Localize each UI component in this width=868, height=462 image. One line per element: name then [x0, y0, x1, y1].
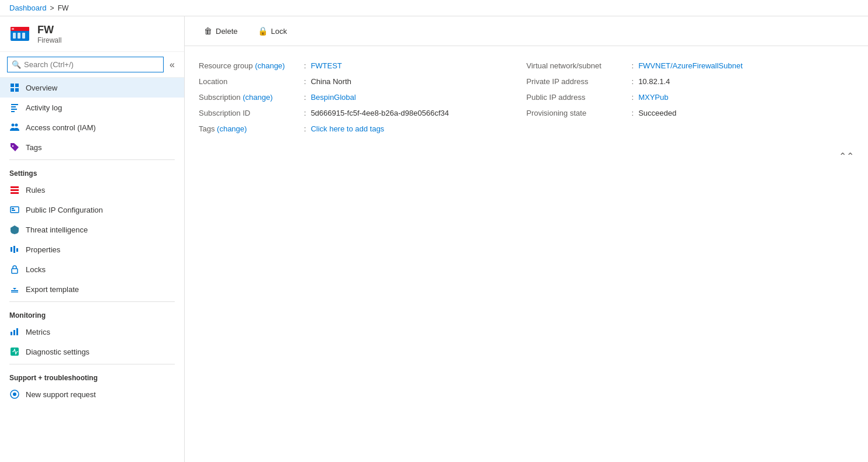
- sidebar-label-properties: Properties: [26, 245, 60, 254]
- detail-label-public-ip: Public IP address: [527, 93, 632, 102]
- sidebar-item-threat[interactable]: Threat intelligence: [0, 220, 184, 239]
- svg-rect-8: [11, 88, 14, 92]
- svg-rect-2: [13, 33, 16, 39]
- sidebar-item-rules[interactable]: Rules: [0, 180, 184, 200]
- sidebar-label-iam: Access control (IAM): [26, 123, 96, 132]
- collapse-details-button[interactable]: ⌃⌃: [185, 148, 868, 164]
- details-right: Virtual network/subnet : FWVNET/AzureFir…: [527, 58, 855, 137]
- detail-subscription: Subscription (change) : BespinGlobal: [199, 89, 527, 105]
- detail-resource-group: Resource group (change) : FWTEST: [199, 58, 527, 74]
- detail-value-subscription-id: 5d666915-fc5f-4ee8-b26a-d98e0566cf34: [311, 109, 449, 117]
- delete-label: Delete: [216, 27, 238, 36]
- details-grid: Resource group (change) : FWTEST Locatio…: [185, 46, 868, 148]
- sidebar-item-properties[interactable]: Properties: [0, 239, 184, 259]
- breadcrumb-current: FW: [58, 4, 69, 12]
- overview-icon: [9, 82, 20, 93]
- detail-value-subscription[interactable]: BespinGlobal: [311, 93, 356, 102]
- detail-value-vnet[interactable]: FWVNET/AzureFirewallSubnet: [638, 61, 742, 70]
- resource-group-change-link[interactable]: (change): [255, 61, 285, 70]
- detail-label-subscription-id: Subscription ID: [199, 109, 304, 117]
- svg-rect-26: [12, 269, 18, 273]
- nav-general: Overview Activity log Access control (IA…: [0, 78, 184, 157]
- main-layout: FW Firewall 🔍 « Overview Activity log: [0, 16, 868, 462]
- sidebar-item-support-request[interactable]: New support request: [0, 384, 184, 404]
- metrics-icon: [9, 326, 20, 337]
- detail-value-public-ip[interactable]: MXYPub: [638, 93, 668, 102]
- sidebar-item-tags[interactable]: Tags: [0, 137, 184, 157]
- threat-icon: [9, 224, 20, 235]
- sidebar-label-overview: Overview: [26, 84, 57, 92]
- sidebar-label-rules: Rules: [26, 186, 45, 194]
- collapse-sidebar-button[interactable]: «: [167, 58, 177, 71]
- detail-label-subscription: Subscription (change): [199, 93, 304, 102]
- search-container: 🔍 «: [0, 52, 184, 78]
- detail-value-tags[interactable]: Click here to add tags: [311, 124, 385, 133]
- detail-location: Location : China North: [199, 74, 527, 89]
- detail-label-provisioning-state: Provisioning state: [527, 109, 632, 117]
- iam-icon: [9, 122, 20, 133]
- support-divider: [9, 364, 175, 364]
- svg-rect-5: [12, 28, 14, 30]
- details-left: Resource group (change) : FWTEST Locatio…: [199, 58, 527, 137]
- detail-private-ip: Private IP address : 10.82.1.4: [527, 74, 855, 89]
- detail-label-location: Location: [199, 77, 304, 86]
- svg-rect-29: [11, 332, 12, 335]
- sidebar-label-threat: Threat intelligence: [26, 225, 88, 234]
- tags-change-link[interactable]: (change): [217, 124, 247, 133]
- search-icon: 🔍: [12, 60, 21, 69]
- diagnostic-icon: [9, 346, 20, 357]
- detail-public-ip: Public IP address : MXYPub: [527, 89, 855, 105]
- toolbar: 🗑 Delete 🔒 Lock: [185, 16, 868, 46]
- sidebar-item-diagnostic[interactable]: Diagnostic settings: [0, 342, 184, 362]
- sidebar-label-export: Export template: [26, 285, 79, 294]
- breadcrumb-bar: Dashboard > FW: [0, 0, 868, 16]
- sidebar-item-overview[interactable]: Overview: [0, 78, 184, 98]
- svg-rect-9: [15, 88, 19, 92]
- sidebar-item-locks[interactable]: Locks: [0, 259, 184, 279]
- resource-header: FW Firewall: [0, 16, 184, 52]
- svg-rect-21: [12, 208, 14, 209]
- sidebar-item-activity-log[interactable]: Activity log: [0, 98, 184, 117]
- public-ip-icon: [9, 204, 20, 215]
- detail-tags: Tags (change) : Click here to add tags: [199, 121, 527, 137]
- content-area: 🗑 Delete 🔒 Lock Resource group (change) …: [185, 16, 868, 462]
- svg-rect-7: [15, 84, 19, 87]
- sidebar-label-diagnostic: Diagnostic settings: [26, 348, 89, 356]
- settings-divider: [9, 159, 175, 160]
- sidebar-item-export[interactable]: Export template: [0, 279, 184, 299]
- monitoring-divider: [9, 301, 175, 302]
- sidebar-item-public-ip[interactable]: Public IP Configuration: [0, 200, 184, 220]
- search-input[interactable]: [7, 57, 164, 72]
- settings-section-label: Settings: [0, 162, 184, 180]
- sidebar-item-iam[interactable]: Access control (IAM): [0, 117, 184, 137]
- detail-label-private-ip: Private IP address: [527, 77, 632, 86]
- svg-rect-22: [12, 210, 15, 211]
- svg-rect-28: [11, 292, 18, 293]
- locks-icon: [9, 264, 20, 275]
- svg-rect-18: [11, 189, 19, 191]
- svg-point-15: [15, 124, 18, 127]
- svg-point-34: [13, 392, 16, 396]
- detail-value-resource-group[interactable]: FWTEST: [311, 61, 342, 70]
- breadcrumb-separator: >: [50, 4, 54, 12]
- svg-rect-30: [13, 330, 15, 335]
- breadcrumb-dashboard[interactable]: Dashboard: [9, 4, 47, 12]
- svg-rect-10: [11, 104, 18, 105]
- svg-rect-13: [11, 111, 15, 112]
- lock-icon: 🔒: [258, 26, 268, 36]
- svg-rect-23: [11, 247, 12, 252]
- delete-icon: 🗑: [204, 26, 212, 36]
- sidebar-label-public-ip: Public IP Configuration: [26, 206, 103, 214]
- detail-label-resource-group: Resource group (change): [199, 61, 304, 70]
- svg-rect-27: [11, 290, 18, 291]
- svg-rect-25: [16, 248, 18, 252]
- subscription-change-link[interactable]: (change): [243, 93, 272, 102]
- resource-type: Firewall: [37, 36, 61, 44]
- svg-rect-24: [13, 246, 15, 253]
- detail-label-tags: Tags (change): [199, 124, 304, 133]
- lock-button[interactable]: 🔒 Lock: [250, 22, 295, 40]
- sidebar-item-metrics[interactable]: Metrics: [0, 322, 184, 342]
- delete-button[interactable]: 🗑 Delete: [196, 22, 245, 40]
- support-section-label: Support + troubleshooting: [0, 367, 184, 384]
- svg-rect-4: [22, 33, 25, 39]
